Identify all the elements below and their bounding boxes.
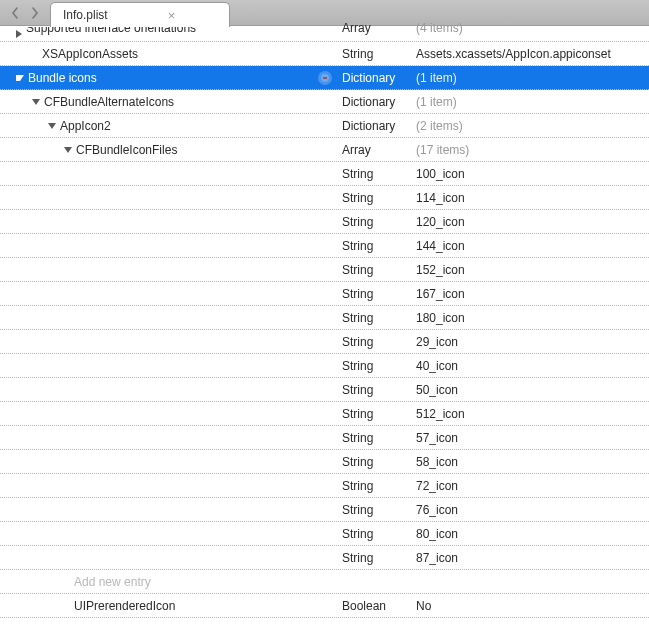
plist-row[interactable]: String114_icon	[0, 186, 649, 210]
disclosure-right-icon[interactable]	[16, 30, 22, 38]
file-tab[interactable]: Info.plist ×	[50, 2, 230, 27]
key-cell[interactable]: Supported interface orientations	[0, 27, 338, 41]
plist-row[interactable]: String58_icon	[0, 450, 649, 474]
type-cell[interactable]: String	[338, 239, 412, 253]
plist-row[interactable]: UIPrerenderedIconBooleanNo	[0, 594, 649, 618]
nav-forward-button[interactable]	[26, 4, 44, 22]
type-cell[interactable]: String	[338, 479, 412, 493]
disclosure-down-icon[interactable]	[16, 75, 24, 81]
value-cell[interactable]: 72_icon	[412, 479, 649, 493]
plist-row[interactable]: CFBundleAlternateIconsDictionary(1 item)	[0, 90, 649, 114]
plist-row[interactable]: String80_icon	[0, 522, 649, 546]
plist-row[interactable]: String180_icon	[0, 306, 649, 330]
value-cell[interactable]: (4 items)	[412, 21, 649, 35]
value-cell[interactable]: 180_icon	[412, 311, 649, 325]
file-tab-title: Info.plist	[63, 8, 108, 22]
plist-row[interactable]: AppIcon2Dictionary(2 items)	[0, 114, 649, 138]
key-label: CFBundleAlternateIcons	[44, 95, 174, 109]
type-cell[interactable]: String	[338, 287, 412, 301]
plist-row[interactable]: Add new entry	[0, 570, 649, 594]
plist-row[interactable]: String40_icon	[0, 354, 649, 378]
type-cell[interactable]: String	[338, 383, 412, 397]
type-cell[interactable]: String	[338, 47, 412, 61]
plist-row[interactable]: String100_icon	[0, 162, 649, 186]
type-cell[interactable]: String	[338, 167, 412, 181]
value-cell[interactable]: (17 items)	[412, 143, 649, 157]
value-cell[interactable]: 50_icon	[412, 383, 649, 397]
delete-row-icon[interactable]	[318, 71, 332, 85]
plist-grid: Supported interface orientationsArray(4 …	[0, 26, 649, 618]
type-cell[interactable]: Dictionary	[338, 95, 412, 109]
value-cell[interactable]: Assets.xcassets/AppIcon.appiconset	[412, 47, 649, 61]
key-label: Supported interface orientations	[26, 27, 196, 35]
value-cell[interactable]: 512_icon	[412, 407, 649, 421]
type-cell[interactable]: String	[338, 215, 412, 229]
plist-row[interactable]: String152_icon	[0, 258, 649, 282]
plist-row[interactable]: String120_icon	[0, 210, 649, 234]
type-cell[interactable]: String	[338, 431, 412, 445]
value-cell[interactable]: 114_icon	[412, 191, 649, 205]
plist-row[interactable]: String512_icon	[0, 402, 649, 426]
disclosure-down-icon[interactable]	[64, 147, 72, 153]
type-cell[interactable]: String	[338, 359, 412, 373]
type-cell[interactable]: Dictionary	[338, 71, 412, 85]
value-cell[interactable]: 167_icon	[412, 287, 649, 301]
key-cell[interactable]: CFBundleAlternateIcons	[0, 95, 338, 109]
plist-row[interactable]: String167_icon	[0, 282, 649, 306]
key-label: UIPrerenderedIcon	[74, 599, 175, 613]
key-label: Bundle icons	[28, 71, 97, 85]
type-cell[interactable]: Array	[338, 21, 412, 35]
plist-row[interactable]: Bundle iconsDictionary(1 item)	[0, 66, 649, 90]
key-cell[interactable]: AppIcon2	[0, 119, 338, 133]
value-cell[interactable]: 40_icon	[412, 359, 649, 373]
value-cell[interactable]: 120_icon	[412, 215, 649, 229]
nav-back-button[interactable]	[6, 4, 24, 22]
plist-row[interactable]: String72_icon	[0, 474, 649, 498]
value-cell[interactable]: 57_icon	[412, 431, 649, 445]
type-cell[interactable]: String	[338, 455, 412, 469]
type-cell[interactable]: String	[338, 527, 412, 541]
chevron-right-icon	[31, 7, 39, 19]
value-cell[interactable]: 29_icon	[412, 335, 649, 349]
type-cell[interactable]: String	[338, 551, 412, 565]
value-cell[interactable]: 58_icon	[412, 455, 649, 469]
plist-row[interactable]: CFBundleIconFilesArray(17 items)	[0, 138, 649, 162]
plist-row[interactable]: String57_icon	[0, 426, 649, 450]
key-label: Add new entry	[74, 575, 151, 589]
value-cell[interactable]: (1 item)	[412, 71, 649, 85]
nav-buttons	[0, 0, 50, 25]
type-cell[interactable]: String	[338, 335, 412, 349]
key-cell[interactable]: UIPrerenderedIcon	[0, 599, 338, 613]
plist-row[interactable]: String87_icon	[0, 546, 649, 570]
key-cell[interactable]: XSAppIconAssets	[0, 47, 338, 61]
value-cell[interactable]: 144_icon	[412, 239, 649, 253]
type-cell[interactable]: String	[338, 503, 412, 517]
value-cell[interactable]: (1 item)	[412, 95, 649, 109]
type-cell[interactable]: String	[338, 191, 412, 205]
key-cell[interactable]: Bundle icons	[0, 71, 338, 85]
disclosure-down-icon[interactable]	[48, 123, 56, 129]
plist-row[interactable]: String76_icon	[0, 498, 649, 522]
type-cell[interactable]: Dictionary	[338, 119, 412, 133]
type-cell[interactable]: String	[338, 311, 412, 325]
plist-row[interactable]: String50_icon	[0, 378, 649, 402]
type-cell[interactable]: String	[338, 407, 412, 421]
type-cell[interactable]: String	[338, 263, 412, 277]
value-cell[interactable]: 80_icon	[412, 527, 649, 541]
value-cell[interactable]: (2 items)	[412, 119, 649, 133]
value-cell[interactable]: 100_icon	[412, 167, 649, 181]
plist-row[interactable]: String144_icon	[0, 234, 649, 258]
type-cell[interactable]: Array	[338, 143, 412, 157]
value-cell[interactable]: 76_icon	[412, 503, 649, 517]
disclosure-down-icon[interactable]	[32, 99, 40, 105]
type-cell[interactable]: Boolean	[338, 599, 412, 613]
value-cell[interactable]: 152_icon	[412, 263, 649, 277]
plist-row[interactable]: Supported interface orientationsArray(4 …	[0, 26, 649, 42]
plist-row[interactable]: XSAppIconAssetsStringAssets.xcassets/App…	[0, 42, 649, 66]
key-cell[interactable]: CFBundleIconFiles	[0, 143, 338, 157]
value-cell[interactable]: No	[412, 599, 649, 613]
plist-row[interactable]: String29_icon	[0, 330, 649, 354]
key-cell[interactable]: Add new entry	[0, 575, 338, 589]
value-cell[interactable]: 87_icon	[412, 551, 649, 565]
close-icon[interactable]: ×	[168, 9, 176, 22]
